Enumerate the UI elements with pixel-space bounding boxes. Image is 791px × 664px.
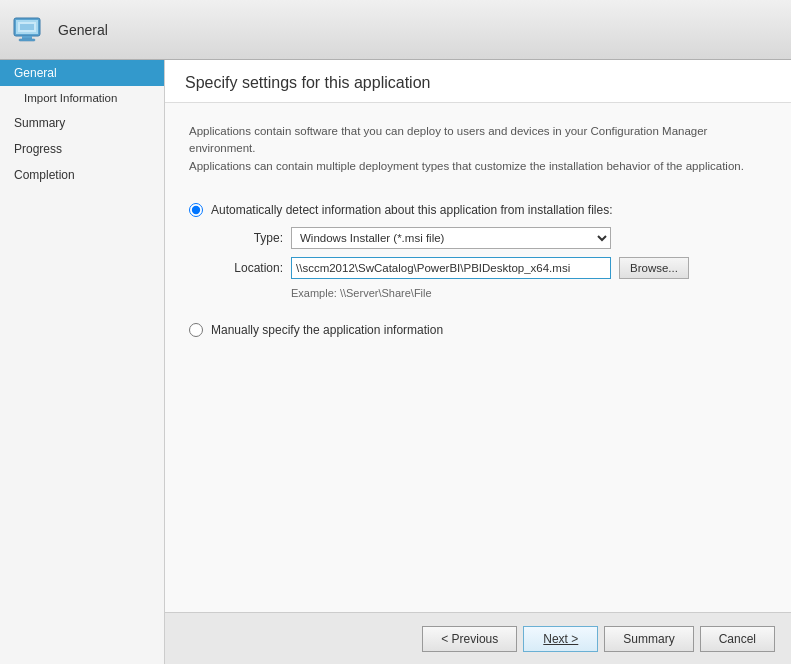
location-label: Location:	[213, 261, 283, 275]
sidebar-item-completion[interactable]: Completion	[0, 162, 164, 188]
auto-detect-option: Automatically detect information about t…	[189, 203, 767, 299]
sidebar-item-progress[interactable]: Progress	[0, 136, 164, 162]
window-title: General	[58, 22, 108, 38]
type-select[interactable]: Windows Installer (*.msi file) Script In…	[291, 227, 611, 249]
footer: < Previous Next > Summary Cancel	[165, 612, 791, 664]
svg-rect-3	[19, 39, 35, 41]
manual-radio[interactable]	[189, 323, 203, 337]
main-area: General Import Information Summary Progr…	[0, 60, 791, 664]
content-header: Specify settings for this application	[165, 60, 791, 103]
page-title: Specify settings for this application	[185, 74, 771, 92]
manual-option: Manually specify the application informa…	[189, 323, 767, 347]
content-panel: Specify settings for this application Ap…	[165, 60, 791, 664]
svg-rect-5	[20, 24, 34, 30]
manual-label[interactable]: Manually specify the application informa…	[211, 323, 443, 337]
browse-button[interactable]: Browse...	[619, 257, 689, 279]
sidebar-item-import-information[interactable]: Import Information	[0, 86, 164, 110]
sidebar: General Import Information Summary Progr…	[0, 60, 165, 664]
previous-button[interactable]: < Previous	[422, 626, 517, 652]
manual-label-row: Manually specify the application informa…	[189, 323, 767, 337]
app-icon	[12, 12, 48, 48]
sidebar-item-general[interactable]: General	[0, 60, 164, 86]
summary-button[interactable]: Summary	[604, 626, 693, 652]
auto-detect-label[interactable]: Automatically detect information about t…	[211, 203, 613, 217]
description-line1: Applications contain software that you c…	[189, 123, 767, 175]
content-body: Applications contain software that you c…	[165, 103, 791, 612]
example-text: Example: \\Server\Share\File	[291, 287, 767, 299]
type-label: Type:	[213, 231, 283, 245]
svg-rect-2	[22, 36, 32, 39]
auto-detect-fields: Type: Windows Installer (*.msi file) Scr…	[213, 227, 767, 299]
auto-detect-radio[interactable]	[189, 203, 203, 217]
title-bar: General	[0, 0, 791, 60]
type-row: Type: Windows Installer (*.msi file) Scr…	[213, 227, 767, 249]
location-row: Location: Browse...	[213, 257, 767, 279]
next-button[interactable]: Next >	[523, 626, 598, 652]
cancel-button[interactable]: Cancel	[700, 626, 775, 652]
location-input[interactable]	[291, 257, 611, 279]
auto-detect-label-row: Automatically detect information about t…	[189, 203, 767, 217]
radio-group: Automatically detect information about t…	[189, 203, 767, 347]
sidebar-item-summary[interactable]: Summary	[0, 110, 164, 136]
